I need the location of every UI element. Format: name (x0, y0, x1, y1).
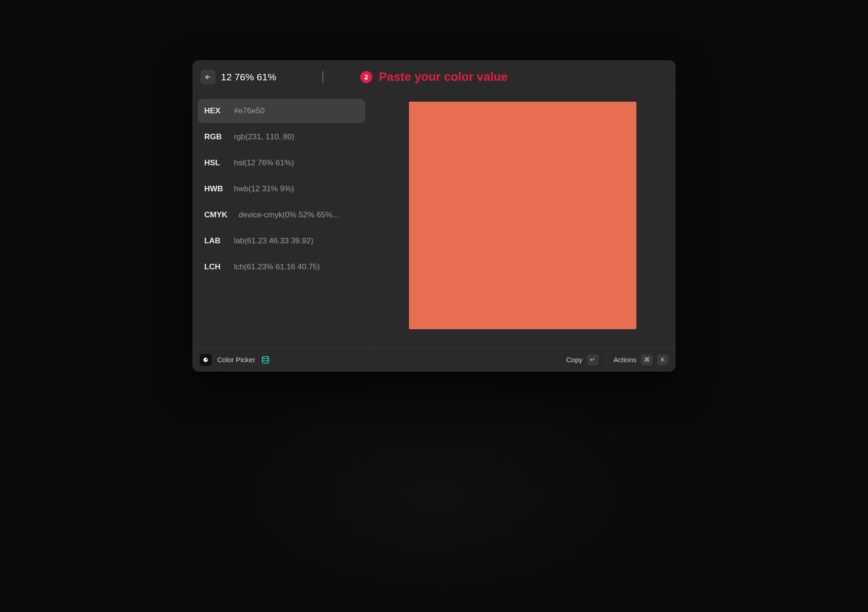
format-row-rgb[interactable]: RGB rgb(231, 110, 80) (198, 125, 365, 149)
format-label: RGB (204, 132, 227, 142)
step-badge: 2 (360, 71, 372, 83)
format-row-hwb[interactable]: HWB hwb(12 31% 9%) (198, 177, 365, 201)
format-row-lch[interactable]: LCH lch(61.23% 61.16 40.75) (198, 255, 365, 279)
actions-menu[interactable]: Actions ⌘ K (614, 354, 668, 365)
color-picker-window: 2 Paste your color value HEX #e76e50 RGB… (193, 60, 675, 371)
database-icon (261, 355, 270, 365)
copy-label: Copy (566, 356, 583, 364)
format-label: HWB (204, 184, 227, 194)
copy-action[interactable]: Copy ↵ (566, 354, 598, 365)
format-row-hsl[interactable]: HSL hsl(12 76% 61%) (198, 151, 365, 175)
app-name: Color Picker (217, 356, 255, 364)
format-label: CMYK (204, 210, 231, 220)
format-row-lab[interactable]: LAB lab(61.23 46.33 39.92) (198, 229, 365, 253)
format-value: device-cmyk(0% 52% 65%... (239, 210, 339, 220)
format-label: HSL (204, 158, 227, 168)
window-header: 2 Paste your color value (193, 61, 675, 93)
window-body: HEX #e76e50 RGB rgb(231, 110, 80) HSL hs… (193, 93, 675, 348)
preview-pane (370, 93, 675, 348)
format-row-cmyk[interactable]: CMYK device-cmyk(0% 52% 65%... (198, 203, 365, 227)
enter-key-icon: ↵ (587, 354, 598, 365)
format-label: LCH (204, 262, 227, 272)
footer-divider (606, 355, 606, 365)
k-key-icon: K (657, 354, 668, 365)
format-value: lab(61.23 46.33 39.92) (234, 236, 313, 246)
svg-point-2 (206, 358, 207, 360)
back-button[interactable] (201, 70, 215, 85)
format-value: rgb(231, 110, 80) (234, 132, 294, 142)
window-footer: Color Picker Copy ↵ Actions ⌘ K (193, 348, 675, 371)
palette-icon (202, 357, 209, 363)
format-list: HEX #e76e50 RGB rgb(231, 110, 80) HSL hs… (193, 93, 370, 348)
step-text: Paste your color value (379, 70, 507, 84)
format-label: LAB (204, 236, 227, 246)
svg-point-1 (203, 358, 207, 362)
step-instruction: 2 Paste your color value (360, 70, 507, 84)
format-value: #e76e50 (234, 106, 265, 116)
format-label: HEX (204, 106, 227, 116)
format-value: hsl(12 76% 61%) (234, 158, 294, 168)
svg-point-3 (262, 356, 268, 358)
color-input[interactable] (221, 71, 323, 83)
color-swatch (409, 102, 636, 329)
format-value: hwb(12 31% 9%) (234, 184, 294, 194)
format-value: lch(61.23% 61.16 40.75) (234, 262, 320, 272)
arrow-left-icon (204, 73, 212, 81)
app-icon (200, 354, 212, 366)
format-row-hex[interactable]: HEX #e76e50 (198, 99, 365, 123)
cmd-key-icon: ⌘ (641, 354, 653, 365)
actions-label: Actions (614, 356, 636, 364)
